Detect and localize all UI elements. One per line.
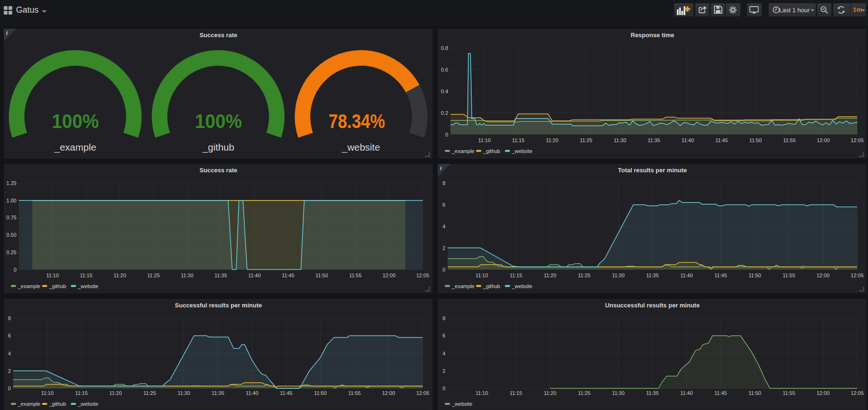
svg-text:11:55: 11:55 bbox=[349, 273, 362, 278]
svg-text:0.75: 0.75 bbox=[7, 215, 16, 220]
svg-text:11:55: 11:55 bbox=[783, 273, 796, 278]
svg-text:_example: _example bbox=[54, 142, 96, 153]
svg-text:8: 8 bbox=[442, 315, 445, 321]
svg-text:11:55: 11:55 bbox=[348, 390, 361, 396]
svg-text:11:30: 11:30 bbox=[177, 390, 190, 396]
svg-text:0: 0 bbox=[14, 267, 16, 273]
svg-text:11:45: 11:45 bbox=[715, 137, 728, 143]
svg-text:11:25: 11:25 bbox=[578, 390, 591, 396]
svg-text:0.6: 0.6 bbox=[441, 67, 448, 72]
svg-text:Unsuccessful results per minut: Unsuccessful results per minute bbox=[605, 302, 700, 309]
svg-text:1.00: 1.00 bbox=[7, 198, 16, 203]
svg-text:11:35: 11:35 bbox=[215, 273, 227, 278]
svg-text:11:25: 11:25 bbox=[580, 137, 593, 143]
svg-text:11:10: 11:10 bbox=[41, 390, 54, 396]
svg-text:11:10: 11:10 bbox=[46, 273, 59, 278]
svg-text:0.2: 0.2 bbox=[441, 110, 448, 116]
svg-text:100%: 100% bbox=[195, 110, 242, 132]
svg-text:_github: _github bbox=[48, 283, 66, 289]
svg-text:11:40: 11:40 bbox=[248, 273, 261, 278]
svg-text:6: 6 bbox=[8, 333, 11, 338]
svg-text:4: 4 bbox=[8, 351, 11, 356]
svg-text:0.50: 0.50 bbox=[7, 232, 16, 238]
svg-text:11:15: 11:15 bbox=[75, 390, 88, 396]
svg-text:Success rate: Success rate bbox=[200, 32, 237, 39]
svg-text:11:40: 11:40 bbox=[680, 390, 693, 396]
svg-text:Success rate: Success rate bbox=[200, 167, 237, 174]
svg-text:100%: 100% bbox=[52, 110, 99, 132]
svg-text:11:10: 11:10 bbox=[475, 390, 488, 396]
svg-text:_github: _github bbox=[48, 401, 66, 407]
svg-text:8: 8 bbox=[8, 315, 11, 321]
svg-text:12:00: 12:00 bbox=[382, 390, 395, 396]
svg-text:Total results per minute: Total results per minute bbox=[618, 167, 687, 174]
svg-text:12:00: 12:00 bbox=[383, 273, 396, 278]
svg-text:4: 4 bbox=[442, 351, 445, 356]
svg-text:11:10: 11:10 bbox=[478, 137, 491, 143]
svg-text:11:15: 11:15 bbox=[80, 273, 93, 278]
svg-text:11:15: 11:15 bbox=[510, 390, 522, 396]
svg-text:0: 0 bbox=[442, 386, 445, 391]
svg-text:_website: _website bbox=[512, 148, 532, 154]
svg-text:11:25: 11:25 bbox=[144, 390, 156, 396]
svg-text:4: 4 bbox=[442, 224, 445, 229]
svg-text:11:55: 11:55 bbox=[783, 137, 796, 143]
svg-text:11:40: 11:40 bbox=[680, 273, 693, 278]
svg-text:0: 0 bbox=[442, 267, 445, 273]
svg-text:11:30: 11:30 bbox=[612, 390, 625, 396]
svg-text:0.8: 0.8 bbox=[441, 45, 448, 51]
svg-text:2: 2 bbox=[442, 368, 445, 374]
svg-text:2: 2 bbox=[8, 368, 11, 374]
svg-text:11:15: 11:15 bbox=[510, 273, 522, 278]
svg-text:11:55: 11:55 bbox=[783, 390, 796, 396]
svg-text:11:50: 11:50 bbox=[315, 273, 328, 278]
svg-text:11:50: 11:50 bbox=[748, 273, 761, 278]
svg-text:_github: _github bbox=[482, 283, 500, 289]
svg-text:11:10: 11:10 bbox=[475, 273, 488, 278]
svg-text:_example: _example bbox=[17, 401, 40, 407]
svg-text:_example: _example bbox=[17, 283, 40, 289]
svg-text:_github: _github bbox=[202, 142, 234, 153]
svg-text:11:30: 11:30 bbox=[181, 273, 193, 278]
svg-text:8: 8 bbox=[442, 180, 445, 186]
svg-text:12:05: 12:05 bbox=[851, 137, 864, 143]
svg-text:11:50: 11:50 bbox=[749, 137, 762, 143]
svg-text:11:30: 11:30 bbox=[614, 137, 627, 143]
svg-text:11:40: 11:40 bbox=[682, 137, 694, 143]
svg-text:11:20: 11:20 bbox=[544, 273, 556, 278]
svg-text:_example: _example bbox=[451, 283, 474, 289]
svg-text:11:45: 11:45 bbox=[715, 390, 727, 396]
svg-text:11:45: 11:45 bbox=[715, 273, 727, 278]
svg-text:_website: _website bbox=[512, 283, 532, 289]
svg-text:0.4: 0.4 bbox=[441, 88, 448, 94]
svg-text:12:05: 12:05 bbox=[851, 273, 864, 278]
svg-text:78.34%: 78.34% bbox=[329, 110, 385, 132]
svg-text:12:05: 12:05 bbox=[416, 273, 429, 278]
svg-text:11:20: 11:20 bbox=[109, 390, 122, 396]
svg-text:11:45: 11:45 bbox=[280, 390, 293, 396]
svg-text:12:00: 12:00 bbox=[817, 137, 830, 143]
svg-text:_website: _website bbox=[451, 401, 472, 407]
svg-text:11:20: 11:20 bbox=[544, 390, 556, 396]
svg-text:6: 6 bbox=[442, 202, 445, 208]
svg-text:11:35: 11:35 bbox=[212, 390, 225, 396]
svg-text:11:20: 11:20 bbox=[546, 137, 559, 143]
svg-text:12:05: 12:05 bbox=[851, 390, 864, 396]
svg-text:_example: _example bbox=[451, 148, 474, 154]
svg-text:_github: _github bbox=[482, 148, 500, 154]
svg-text:11:20: 11:20 bbox=[113, 273, 126, 278]
svg-text:12:00: 12:00 bbox=[817, 273, 830, 278]
svg-text:12:00: 12:00 bbox=[817, 390, 830, 396]
svg-text:11:50: 11:50 bbox=[314, 390, 327, 396]
svg-text:6: 6 bbox=[442, 333, 445, 338]
svg-text:12:05: 12:05 bbox=[416, 390, 429, 396]
svg-text:11:15: 11:15 bbox=[512, 137, 525, 143]
svg-text:11:35: 11:35 bbox=[648, 137, 660, 143]
svg-text:11:25: 11:25 bbox=[578, 273, 591, 278]
svg-text:0: 0 bbox=[8, 386, 11, 391]
svg-text:11:40: 11:40 bbox=[246, 390, 258, 396]
svg-text:_website: _website bbox=[78, 283, 98, 289]
svg-text:_website: _website bbox=[342, 142, 380, 153]
svg-text:0: 0 bbox=[445, 132, 448, 137]
svg-text:11:25: 11:25 bbox=[147, 273, 160, 278]
